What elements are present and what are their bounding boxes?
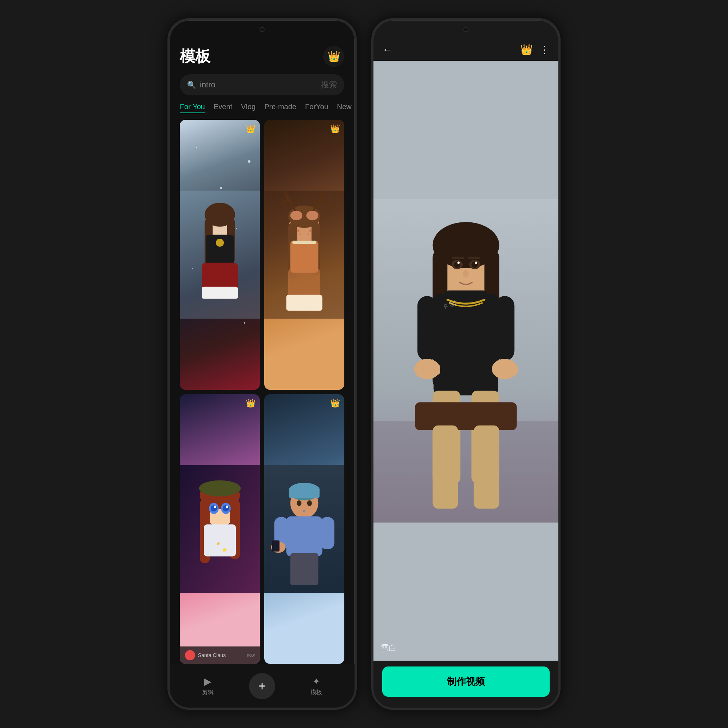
svg-point-40 [214,505,217,508]
template-icon: ✦ [312,676,320,687]
svg-text:★: ★ [216,540,220,546]
notif-sender: Santa Claus [198,652,226,658]
svg-point-73 [475,262,477,264]
template-label: 模板 [310,689,322,696]
svg-point-23 [297,229,300,232]
edit-label: 剪辑 [202,689,214,696]
tabs-container: For You Event Vlog Pre-made ForYou New J… [170,101,355,113]
svg-rect-58 [272,540,280,551]
template-item-2[interactable]: 👑 [264,120,344,390]
tab-new[interactable]: New [337,101,352,113]
more-options-button[interactable]: ⋮ [540,44,550,56]
person-figure-2 [264,120,344,390]
svg-point-8 [216,239,224,247]
svg-rect-77 [418,296,437,361]
svg-rect-81 [419,364,423,375]
page-title: 模板 [180,46,210,67]
svg-text:⭐: ⭐ [222,547,227,552]
svg-point-24 [309,229,312,232]
premium-button[interactable]: 👑 [323,46,344,67]
tab-vlog[interactable]: Vlog [241,101,255,113]
crown-icon: 👑 [327,50,340,63]
svg-point-39 [223,505,229,511]
svg-rect-29 [286,295,323,311]
search-input[interactable]: intro [200,80,317,90]
svg-rect-67 [468,257,480,259]
bottom-navigation: ▶ 剪辑 + ✦ 模板 [170,664,355,708]
svg-rect-61 [373,421,558,522]
right-header: ← 👑 ⋮ [373,38,558,61]
template-grid: 👑 [170,120,355,664]
svg-rect-55 [320,517,335,549]
svg-point-20 [291,211,303,220]
person-figure-1 [180,120,260,390]
svg-point-26 [307,233,309,234]
left-phone: 模板 👑 🔍 intro 搜索 For You Event Vlog Pre-m… [167,18,357,710]
edit-icon: ▶ [204,676,211,687]
premium-badge-4: 👑 [330,399,340,408]
svg-point-50 [297,500,301,506]
search-button[interactable]: 搜索 [321,80,337,90]
template-item-4[interactable]: 👑 [264,394,344,664]
svg-rect-87 [508,363,512,375]
person-figure-3: ★ ⭐ [180,394,260,664]
svg-point-72 [457,262,460,264]
search-bar[interactable]: 🔍 intro 搜索 [180,74,344,95]
person-preview-svg [373,61,558,661]
svg-point-74 [463,270,468,277]
svg-rect-22 [291,241,318,273]
person-figure-4 [264,394,344,664]
crown-icon-right[interactable]: 👑 [520,44,533,56]
right-bottom-area: 制作视频 [373,661,558,708]
svg-rect-93 [474,425,499,509]
svg-rect-75 [434,294,498,395]
svg-rect-78 [495,296,514,361]
add-button[interactable]: + [249,673,275,699]
svg-rect-66 [452,257,464,259]
svg-rect-82 [424,363,429,375]
tab-premade[interactable]: Pre-made [264,101,296,113]
filter-label: 雪白 [381,642,397,653]
svg-point-51 [307,500,312,506]
svg-rect-85 [497,364,501,375]
svg-point-41 [226,505,229,508]
svg-rect-92 [433,425,458,509]
right-header-actions: 👑 ⋮ [520,44,550,56]
svg-rect-86 [502,363,507,375]
notif-avatar [185,650,195,660]
right-phone: ← 👑 ⋮ [371,18,561,710]
premium-badge-1: 👑 [246,124,255,134]
svg-rect-76 [445,291,487,304]
svg-point-35 [199,480,241,496]
tab-foryou2[interactable]: ForYou [305,101,328,113]
premium-badge-3: 👑 [246,399,255,408]
photo-preview-area: F 制 雪白 [373,61,558,661]
notif-time: now [247,653,255,658]
plus-icon: + [258,679,266,694]
left-phone-notch [260,27,265,32]
template-tab[interactable]: ✦ 模板 [310,676,322,696]
svg-rect-83 [430,363,434,375]
svg-rect-84 [435,364,440,375]
back-button[interactable]: ← [382,44,392,56]
edit-tab[interactable]: ▶ 剪辑 [202,676,214,696]
search-icon: 🔍 [187,80,196,89]
svg-rect-88 [513,364,518,375]
svg-rect-7 [202,287,238,299]
right-phone-notch [463,27,468,32]
svg-point-25 [300,233,301,234]
svg-rect-91 [415,402,517,430]
svg-rect-53 [286,516,323,556]
make-video-button[interactable]: 制作视频 [382,667,550,697]
svg-rect-27 [292,241,316,244]
svg-point-38 [211,505,217,511]
template-item-3[interactable]: 👑 [180,394,260,664]
svg-rect-59 [291,553,318,585]
notification-bubble: Santa Claus now [180,647,260,664]
svg-point-52 [303,509,306,512]
template-item-1[interactable]: 👑 [180,120,260,390]
svg-point-21 [306,211,318,220]
tab-for-you[interactable]: For You [180,101,205,113]
premium-badge-2: 👑 [330,124,340,134]
tab-event[interactable]: Event [214,101,232,113]
